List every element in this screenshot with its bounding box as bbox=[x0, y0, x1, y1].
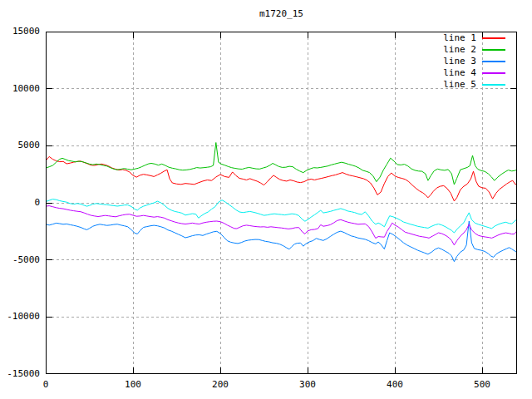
legend-line-sample bbox=[482, 84, 505, 86]
legend-label: line 4 bbox=[443, 67, 476, 79]
xtick-label-0: 0 bbox=[26, 380, 66, 390]
ytick-label-m5000: -5000 bbox=[0, 255, 40, 265]
ytick-label-0: 0 bbox=[0, 198, 40, 208]
ytick-label-15000: 15000 bbox=[0, 27, 40, 37]
legend-line-sample bbox=[482, 72, 505, 74]
legend-entry-line5: line 5 bbox=[443, 79, 505, 91]
series-lines bbox=[46, 143, 517, 262]
legend-line-sample bbox=[482, 49, 505, 51]
ytick-label-m10000: -10000 bbox=[0, 312, 40, 322]
xtick-label-100: 100 bbox=[113, 380, 153, 390]
legend-label: line 1 bbox=[443, 32, 476, 44]
gnuplot-chart-window: m1720_15 15000 100 bbox=[0, 0, 532, 399]
legend-entry-line4: line 4 bbox=[443, 67, 505, 79]
xtick-label-300: 300 bbox=[288, 380, 328, 390]
ytick-label-m15000: -15000 bbox=[0, 369, 40, 379]
chart-title: m1720_15 bbox=[46, 8, 517, 20]
legend-entry-line1: line 1 bbox=[443, 32, 505, 44]
legend-label: line 2 bbox=[443, 44, 476, 56]
xtick-label-400: 400 bbox=[375, 380, 415, 390]
ytick-label-10000: 10000 bbox=[0, 84, 40, 94]
legend-entry-line2: line 2 bbox=[443, 44, 505, 56]
xtick-label-500: 500 bbox=[462, 380, 502, 390]
legend-label: line 3 bbox=[443, 56, 476, 67]
legend-line-sample bbox=[482, 37, 505, 39]
xtick-label-200: 200 bbox=[200, 380, 240, 390]
legend-label: line 5 bbox=[443, 79, 476, 91]
legend: line 1 line 2 line 3 line 4 line 5 bbox=[443, 32, 505, 91]
ytick-label-5000: 5000 bbox=[0, 140, 40, 150]
legend-line-sample bbox=[482, 61, 505, 62]
legend-entry-line3: line 3 bbox=[443, 56, 505, 67]
